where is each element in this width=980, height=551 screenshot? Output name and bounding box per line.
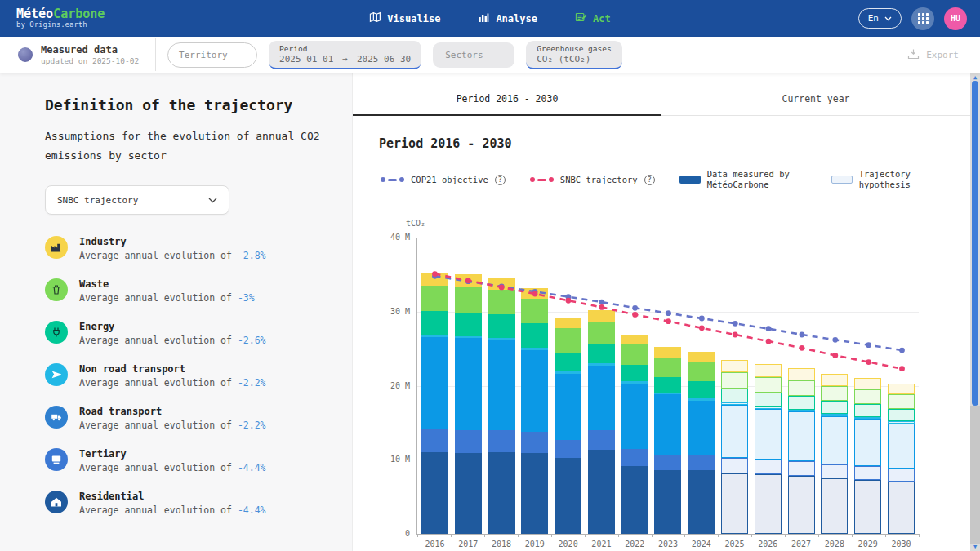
nav-label: Visualise xyxy=(387,13,440,24)
bar-segment xyxy=(421,311,448,335)
bar-segment xyxy=(588,366,615,430)
tab-period-2016-2030[interactable]: Period 2016 - 2030 xyxy=(353,85,662,115)
y-axis-tick-label: 20 M xyxy=(390,381,410,390)
trajectory-dropdown[interactable]: SNBC trajectory xyxy=(45,185,229,215)
nav-item-act[interactable]: Act xyxy=(575,11,611,25)
stacked-bar-2016[interactable] xyxy=(421,273,448,534)
edit-document-icon xyxy=(575,11,586,25)
bar-segment xyxy=(621,344,648,365)
greenhouse-gases-filter[interactable]: Greenhouse gases CO₂ (tCO₂) xyxy=(526,41,622,69)
divider xyxy=(155,38,156,71)
bar-segment xyxy=(654,358,681,377)
x-axis-tick-label: 2016 xyxy=(421,540,448,549)
sector-item-tertiary: Tertiary Average annual evolution of -4.… xyxy=(45,448,352,473)
sector-item-waste: Waste Average annual evolution of -3% xyxy=(45,278,352,304)
legend-measured-data: Data measured by MétéoCarbone xyxy=(679,169,807,190)
x-axis-tick-label: 2017 xyxy=(455,540,482,549)
export-button[interactable]: Export xyxy=(907,48,959,62)
bar-segment xyxy=(654,347,681,358)
bar-segment xyxy=(455,430,482,453)
bar-segment xyxy=(521,432,548,453)
user-avatar[interactable]: HU xyxy=(944,7,967,30)
bar-segment xyxy=(688,401,715,455)
bar-segment xyxy=(721,389,748,402)
scrollbar-thumb[interactable] xyxy=(972,81,978,406)
period-filter[interactable]: Period 2025-01-01 → 2025-06-30 xyxy=(269,41,421,69)
map-icon xyxy=(369,11,381,25)
stacked-bar-2027[interactable] xyxy=(788,368,815,534)
nav-item-visualise[interactable]: Visualise xyxy=(369,11,440,25)
sectors-filter[interactable]: Sectors xyxy=(433,42,514,68)
x-axis-tick-label: 2019 xyxy=(521,540,548,549)
bar-segment xyxy=(588,322,615,344)
nav-label: Act xyxy=(593,13,611,24)
stacked-bar-2022[interactable] xyxy=(621,335,648,534)
stacked-bar-2025[interactable] xyxy=(721,360,748,534)
bar-segment xyxy=(521,323,548,348)
help-icon[interactable]: ? xyxy=(495,175,506,185)
outline-swatch xyxy=(831,176,853,184)
scroll-up-arrow[interactable]: ▲ xyxy=(970,74,980,81)
period-end-date[interactable]: 2025-06-30 xyxy=(357,54,411,64)
stacked-bar-2020[interactable] xyxy=(555,318,581,534)
bar-segment xyxy=(488,278,515,290)
vertical-scrollbar[interactable]: ▲ ▼ xyxy=(970,73,980,551)
stacked-bar-2021[interactable] xyxy=(588,310,615,534)
trajectory-dropdown-value: SNBC trajectory xyxy=(57,195,138,206)
app-logo-title: MétéoCarbone xyxy=(16,7,105,21)
bar-segment xyxy=(621,335,648,344)
stacked-bar-2028[interactable] xyxy=(821,374,848,534)
app-logo[interactable]: MétéoCarbone by Origins.earth xyxy=(16,7,105,29)
plug-icon xyxy=(45,321,68,344)
stacked-bar-2030[interactable] xyxy=(888,384,915,534)
territory-input[interactable]: Territory xyxy=(167,42,257,68)
sector-evolution-value: -2.2% xyxy=(238,420,266,431)
chart-title: Period 2016 - 2030 xyxy=(379,136,970,151)
bar-segment xyxy=(588,450,615,534)
period-start-date[interactable]: 2025-01-01 xyxy=(279,54,333,64)
dashed-line-swatch xyxy=(381,177,404,182)
x-axis-tick-label: 2027 xyxy=(788,540,815,549)
main-content: Definition of the trajectory Assumptions… xyxy=(0,73,980,551)
language-selector[interactable]: En xyxy=(858,8,902,29)
bar-segment xyxy=(688,362,715,382)
x-axis-tick-label: 2023 xyxy=(654,540,681,549)
bar-segment xyxy=(421,452,448,534)
bar-segment xyxy=(455,338,482,430)
sector-evolution-value: -3% xyxy=(238,292,255,304)
factory-icon xyxy=(45,236,68,259)
bar-segment xyxy=(755,460,782,474)
bar-segment xyxy=(654,394,681,455)
sector-evolution-value: -4.4% xyxy=(238,462,266,473)
bar-segment xyxy=(555,458,581,534)
stacked-bar-2018[interactable] xyxy=(488,278,515,534)
help-icon[interactable]: ? xyxy=(644,175,655,185)
chevron-down-icon xyxy=(884,13,892,24)
bar-segment xyxy=(788,396,815,409)
x-axis-tick-label: 2024 xyxy=(688,540,715,549)
stacked-bar-2017[interactable] xyxy=(455,274,482,534)
stacked-bar-2026[interactable] xyxy=(755,364,782,534)
apps-grid-button[interactable] xyxy=(911,7,934,30)
bar-segment xyxy=(621,449,648,466)
bar-segment xyxy=(721,405,748,457)
x-axis-tick-label: 2025 xyxy=(721,540,748,549)
measured-data-title: Measured data xyxy=(41,44,139,56)
chart-bars[interactable] xyxy=(417,238,919,534)
bar-segment xyxy=(788,461,815,476)
stacked-bar-2023[interactable] xyxy=(654,347,681,534)
bar-segment xyxy=(488,290,515,314)
tab-current-year[interactable]: Current year xyxy=(662,85,970,115)
bar-segment xyxy=(688,352,715,362)
sector-evolution-value: -2.2% xyxy=(238,377,266,389)
bar-segment xyxy=(821,416,848,464)
stacked-bar-2024[interactable] xyxy=(688,352,715,534)
bar-segment xyxy=(854,404,881,416)
measured-data-selector[interactable]: Measured data updated on 2025-10-02 xyxy=(18,44,139,65)
stacked-bar-2019[interactable] xyxy=(521,288,548,534)
stacked-bar-2029[interactable] xyxy=(854,378,881,534)
scroll-down-arrow[interactable]: ▼ xyxy=(970,544,980,550)
bar-segment xyxy=(421,286,448,311)
nav-item-analyse[interactable]: Analyse xyxy=(478,11,537,25)
arrow-right-icon: → xyxy=(342,54,348,64)
